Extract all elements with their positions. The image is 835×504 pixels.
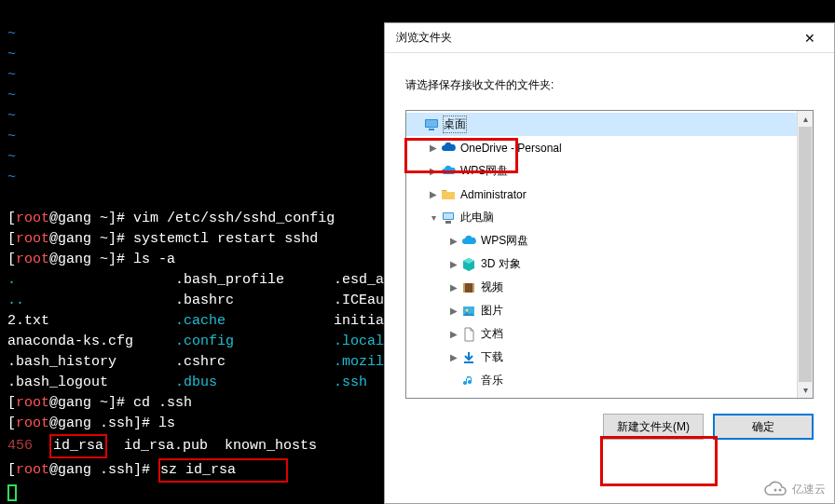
cube-icon bbox=[460, 256, 477, 273]
video-icon bbox=[460, 279, 477, 296]
scroll-up-icon[interactable]: ▴ bbox=[798, 111, 813, 127]
tree-label: 3D 对象 bbox=[481, 256, 521, 272]
vim-tilde: ~ bbox=[7, 88, 16, 103]
ls-row: ...bashrc.ICEau bbox=[7, 293, 384, 308]
folder-tree[interactable]: 桌面 ▶ OneDrive - Personal ▶ WPS网盘 ▶ Admin… bbox=[406, 111, 797, 398]
chevron-right-icon[interactable]: ▶ bbox=[427, 166, 440, 176]
vim-tilde: ~ bbox=[7, 170, 16, 185]
svg-rect-5 bbox=[445, 221, 451, 224]
vim-tilde: ~ bbox=[7, 47, 16, 62]
tree-label: 此电脑 bbox=[460, 210, 494, 225]
close-button[interactable]: ✕ bbox=[791, 25, 828, 51]
vim-tilde: ~ bbox=[7, 67, 16, 83]
download-icon bbox=[460, 349, 477, 366]
chevron-right-icon[interactable]: ▶ bbox=[427, 143, 440, 153]
dialog-prompt: 请选择保存接收文件的文件夹: bbox=[405, 77, 814, 93]
tree-node-wps2[interactable]: ▶ WPS网盘 bbox=[406, 229, 797, 252]
tree-node-pictures[interactable]: ▶ 图片 bbox=[406, 299, 797, 322]
tree-node-onedrive[interactable]: ▶ OneDrive - Personal bbox=[406, 136, 797, 159]
tree-label: 视频 bbox=[481, 279, 503, 295]
tree-label: 文档 bbox=[481, 326, 503, 342]
ls-output: 456 id_rsa id_rsa.pub known_hosts bbox=[7, 438, 317, 454]
tree-node-wps[interactable]: ▶ WPS网盘 bbox=[406, 159, 797, 183]
computer-icon bbox=[440, 210, 457, 226]
browse-folder-dialog: 浏览文件夹 ✕ 请选择保存接收文件的文件夹: 桌面 ▶ OneDrive - P… bbox=[384, 22, 835, 504]
tree-node-desktop[interactable]: 桌面 bbox=[406, 113, 797, 136]
svg-rect-7 bbox=[463, 283, 465, 293]
dialog-title: 浏览文件夹 bbox=[396, 30, 452, 46]
chevron-right-icon[interactable]: ▶ bbox=[447, 352, 460, 362]
prompt-line: [root@gang ~]# systemctl restart sshd bbox=[7, 231, 318, 247]
tree-label: 下载 bbox=[481, 349, 503, 365]
svg-rect-11 bbox=[464, 361, 473, 363]
highlight-sz-cmd: sz id_rsa bbox=[158, 458, 288, 483]
prompt-line: [root@gang ~]# cd .ssh bbox=[7, 395, 192, 411]
tree-label: WPS网盘 bbox=[460, 163, 508, 179]
vim-tilde: ~ bbox=[7, 108, 16, 124]
chevron-right-icon[interactable]: ▶ bbox=[427, 189, 440, 199]
cloud-icon bbox=[440, 140, 457, 157]
ls-row: anaconda-ks.cfg.config.local bbox=[7, 334, 384, 349]
terminal-cursor bbox=[7, 484, 17, 501]
vim-tilde: ~ bbox=[7, 129, 16, 144]
tree-label: 图片 bbox=[481, 303, 503, 319]
scroll-thumb[interactable] bbox=[799, 127, 812, 382]
ls-row: ..bash_profile.esd_a bbox=[7, 272, 384, 288]
svg-point-10 bbox=[466, 308, 469, 311]
svg-rect-2 bbox=[429, 129, 434, 130]
ls-row: .bash_logout.dbus.ssh bbox=[7, 375, 367, 390]
tree-label: 音乐 bbox=[481, 373, 503, 388]
pictures-icon bbox=[460, 303, 477, 320]
chevron-down-icon[interactable]: ▾ bbox=[427, 212, 440, 223]
tree-label: WPS网盘 bbox=[481, 233, 528, 249]
chevron-right-icon[interactable]: ▶ bbox=[447, 236, 460, 246]
highlight-id-rsa: id_rsa bbox=[49, 434, 107, 458]
prompt-line: [root@gang ~]# ls -a bbox=[7, 252, 175, 267]
chevron-right-icon[interactable]: ▶ bbox=[447, 282, 460, 293]
prompt-line: [root@gang .ssh]# sz id_rsa bbox=[7, 462, 288, 478]
ok-button[interactable]: 确定 bbox=[713, 414, 814, 440]
cloud-logo-icon bbox=[762, 480, 788, 498]
ls-row: .bash_history.cshrc.mozil bbox=[7, 354, 384, 370]
tree-label: 桌面 bbox=[444, 116, 466, 132]
prompt-line: [root@gang .ssh]# ls bbox=[7, 415, 175, 431]
vim-tilde: ~ bbox=[7, 149, 16, 165]
new-folder-button[interactable]: 新建文件夹(M) bbox=[603, 414, 704, 440]
svg-rect-1 bbox=[426, 120, 437, 127]
music-icon bbox=[460, 373, 477, 389]
dialog-titlebar[interactable]: 浏览文件夹 ✕ bbox=[385, 23, 834, 53]
chevron-right-icon[interactable]: ▶ bbox=[447, 306, 460, 316]
tree-node-videos[interactable]: ▶ 视频 bbox=[406, 276, 797, 299]
tree-label: Administrator bbox=[460, 188, 527, 201]
tree-node-downloads[interactable]: ▶ 下载 bbox=[406, 346, 797, 369]
tree-node-thispc[interactable]: ▾ 此电脑 bbox=[406, 206, 797, 229]
user-folder-icon bbox=[440, 186, 457, 203]
svg-point-12 bbox=[774, 489, 777, 492]
vim-tilde: ~ bbox=[7, 26, 16, 42]
prompt-line: [root@gang ~]# vim /etc/ssh/sshd_config bbox=[7, 211, 335, 226]
svg-point-13 bbox=[779, 489, 782, 492]
cloud-icon bbox=[460, 233, 477, 250]
cloud-icon bbox=[440, 163, 457, 180]
tree-label: OneDrive - Personal bbox=[460, 142, 562, 155]
chevron-right-icon[interactable]: ▶ bbox=[447, 329, 460, 339]
documents-icon bbox=[460, 326, 477, 343]
chevron-right-icon[interactable]: ▶ bbox=[447, 259, 460, 269]
svg-rect-8 bbox=[472, 283, 474, 293]
folder-tree-container: 桌面 ▶ OneDrive - Personal ▶ WPS网盘 ▶ Admin… bbox=[405, 110, 814, 399]
tree-node-3dobjects[interactable]: ▶ 3D 对象 bbox=[406, 252, 797, 276]
tree-scrollbar[interactable]: ▴ ▾ bbox=[797, 111, 813, 398]
svg-rect-4 bbox=[444, 213, 453, 219]
desktop-icon bbox=[423, 116, 440, 133]
ls-row: 2.txt.cacheinitia bbox=[7, 313, 384, 329]
tree-node-documents[interactable]: ▶ 文档 bbox=[406, 322, 797, 346]
watermark: 亿速云 bbox=[757, 478, 831, 500]
tree-node-administrator[interactable]: ▶ Administrator bbox=[406, 183, 797, 206]
scroll-down-icon[interactable]: ▾ bbox=[798, 382, 813, 398]
dialog-button-row: 新建文件夹(M) 确定 bbox=[405, 414, 814, 440]
tree-node-music[interactable]: 音乐 bbox=[406, 369, 797, 392]
close-icon: ✕ bbox=[804, 31, 815, 46]
